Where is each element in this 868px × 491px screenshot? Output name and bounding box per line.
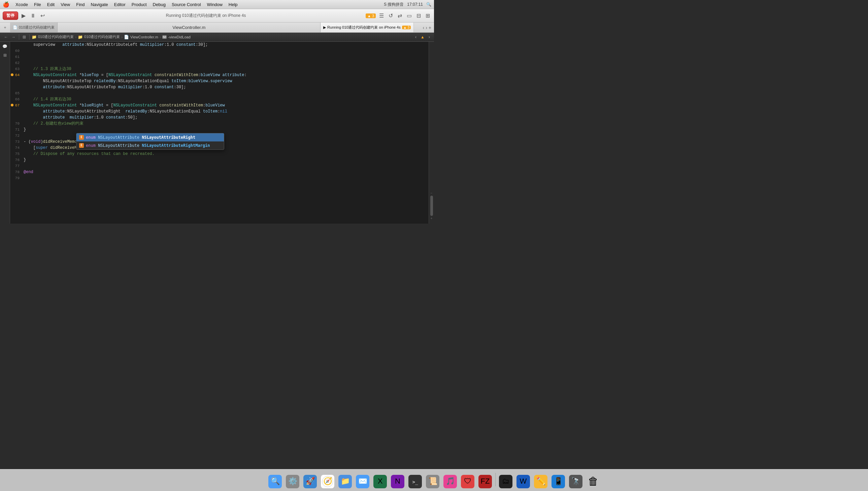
toolbar-separator-2 bbox=[29, 34, 30, 40]
layout-triple-icon[interactable]: ⊞ bbox=[424, 12, 431, 20]
menu-help[interactable]: Help bbox=[226, 1, 240, 8]
tab-warning-badge: ▲ 3 bbox=[402, 26, 411, 29]
tab-bar-left[interactable]: + bbox=[0, 23, 10, 32]
grid-view-button[interactable]: ⊞ bbox=[21, 34, 27, 40]
nav-back-button[interactable]: ← bbox=[3, 34, 9, 40]
breadcrumb-item-1[interactable]: 010通过代码创建约束 bbox=[38, 34, 74, 39]
warning-badge[interactable]: ▲ 3 bbox=[366, 13, 376, 18]
layout-split-icon[interactable]: ⊟ bbox=[415, 12, 422, 20]
scheme-display: Running 010通过代码创建约束 on iPhone 4s bbox=[166, 13, 246, 18]
menu-window[interactable]: Window bbox=[204, 1, 225, 8]
tab-second[interactable]: ▶ Running 010通过代码创建约束 on iPhone 4s ▲ 3 bbox=[320, 23, 414, 32]
menubar-right: S 搜狗拼音 17:07:11 🔍 bbox=[384, 2, 431, 7]
table-row: 77 bbox=[10, 163, 429, 169]
menu-editor[interactable]: Editor bbox=[112, 1, 128, 8]
menu-navigate[interactable]: Navigate bbox=[88, 1, 111, 8]
zoom-minus[interactable]: − bbox=[431, 191, 433, 195]
table-row: attribute:NSLayoutAttributeRight related… bbox=[10, 109, 429, 115]
tab-nav-left[interactable]: ‹ bbox=[423, 25, 424, 30]
table-row: 75 // Dispose of any resources that can … bbox=[10, 151, 429, 157]
pause-button[interactable]: ⏸ bbox=[29, 12, 37, 20]
table-row: 63 // 1.3 距离上边30 bbox=[10, 66, 429, 72]
nav-arrows: ← → bbox=[3, 34, 17, 40]
tab-bar: + 📄 010通过代码创建约束 ViewController.m ▶ Runni… bbox=[0, 23, 434, 33]
ac-text-2: enum NSLayoutAttribute NSLayoutAttribute… bbox=[86, 142, 210, 148]
bc-nav-right[interactable]: › bbox=[427, 34, 431, 40]
layout-single-icon[interactable]: ▭ bbox=[406, 12, 413, 20]
menu-debug[interactable]: Debug bbox=[150, 1, 168, 8]
tab-icon-1: 📄 bbox=[13, 25, 18, 30]
warning-dot-2 bbox=[11, 104, 13, 107]
ac-text-1: enum NSLayoutAttribute NSLayoutAttribute… bbox=[86, 134, 195, 140]
autocomplete-dropdown[interactable]: E enum NSLayoutAttribute NSLayoutAttribu… bbox=[76, 133, 224, 150]
run-button[interactable]: ▶ bbox=[20, 12, 27, 20]
toolbar-center-text: Running 010通过代码创建约束 on iPhone 4s bbox=[48, 13, 364, 19]
scrollbar-controls: − + bbox=[430, 191, 433, 220]
breadcrumb-item-2[interactable]: 010通过代码创建约束 bbox=[84, 34, 120, 39]
table-row: 70 // 2.创建红色view的约束 bbox=[10, 121, 429, 126]
menu-file[interactable]: File bbox=[31, 1, 44, 8]
table-row: 65 bbox=[10, 90, 429, 96]
layout-list-icon[interactable]: ☰ bbox=[378, 12, 385, 20]
scrollbar-track[interactable]: − + bbox=[429, 42, 434, 224]
breadcrumb-item-3[interactable]: ViewController.m bbox=[130, 35, 158, 39]
table-row: 64 NSLayoutConstraint *blueTop = [NSLayo… bbox=[10, 72, 429, 78]
table-row: 79 bbox=[10, 175, 429, 181]
menu-product[interactable]: Product bbox=[129, 1, 149, 8]
right-scrollbar[interactable]: − + bbox=[429, 42, 434, 224]
toolbar-right: ▲ 3 ☰ ↺ ⇄ ▭ ⊟ ⊞ bbox=[366, 12, 431, 20]
layout-nav-icon[interactable]: ⇄ bbox=[396, 12, 403, 20]
warning-nav-icon[interactable]: ▲ bbox=[419, 34, 426, 40]
scrollbar-thumb[interactable] bbox=[430, 196, 433, 216]
step-button[interactable]: ↩ bbox=[39, 12, 46, 20]
breadcrumb-item-4[interactable]: -viewDidLoad bbox=[168, 35, 190, 39]
breadcrumb-sep-1: › bbox=[75, 35, 77, 39]
comment-toggle[interactable]: 💬 bbox=[1, 43, 9, 50]
table-row: NSLayoutAttributeTop relatedBy:NSLayoutR… bbox=[10, 78, 429, 84]
zoom-plus[interactable]: + bbox=[431, 216, 433, 220]
stop-button[interactable]: 暂停 bbox=[3, 11, 18, 20]
apple-menu[interactable]: 🍎 bbox=[3, 1, 9, 8]
table-row: 66 // 1.4 距离右边30 bbox=[10, 96, 429, 103]
folder-icon-2: 📁 bbox=[78, 35, 83, 39]
bc-nav-left[interactable]: ‹ bbox=[414, 34, 418, 40]
search-icon[interactable]: 🔍 bbox=[426, 2, 431, 7]
panel-icon-2[interactable]: ⊞ bbox=[1, 52, 9, 59]
code-editor[interactable]: superview attribute:NSLayoutAttributeLef… bbox=[10, 42, 429, 224]
table-row: 76 } bbox=[10, 157, 429, 163]
tab-icon-2: ▶ bbox=[323, 25, 326, 30]
code-content: superview attribute:NSLayoutAttributeLef… bbox=[10, 42, 429, 181]
menu-edit[interactable]: Edit bbox=[44, 1, 57, 8]
table-row: 67 NSLayoutConstraint *blueRight = [NSLa… bbox=[10, 103, 429, 109]
breadcrumb-sep-3: › bbox=[159, 35, 161, 39]
breadcrumb-nav-bar: 📁 010通过代码创建约束 › 📁 010通过代码创建约束 › 📄 ViewCo… bbox=[32, 34, 412, 39]
add-tab-button[interactable]: + bbox=[429, 25, 431, 30]
table-row: 71 } bbox=[10, 126, 429, 133]
ac-enum-icon-1: E bbox=[79, 135, 84, 140]
warning-dot bbox=[11, 74, 13, 76]
layout-refresh-icon[interactable]: ↺ bbox=[387, 12, 394, 20]
menu-source-control[interactable]: Source Control bbox=[169, 1, 204, 8]
code-nav-toolbar: ← → ⊞ 📁 010通过代码创建约束 › 📁 010通过代码创建约束 › 📄 … bbox=[0, 33, 434, 42]
tab-label-2: Running 010通过代码创建约束 on iPhone 4s bbox=[327, 25, 401, 30]
menu-view[interactable]: View bbox=[58, 1, 73, 8]
breadcrumb-nav-right: ‹ ▲ › bbox=[414, 34, 431, 40]
editor-wrapper: ← → ⊞ 📁 010通过代码创建约束 › 📁 010通过代码创建约束 › 📄 … bbox=[0, 33, 434, 224]
autocomplete-item-2[interactable]: E enum NSLayoutAttribute NSLayoutAttribu… bbox=[77, 141, 224, 149]
method-icon: M bbox=[162, 35, 167, 39]
input-method: S 搜狗拼音 bbox=[384, 2, 404, 7]
file-icon: 📄 bbox=[124, 35, 129, 39]
autocomplete-item-1[interactable]: E enum NSLayoutAttribute NSLayoutAttribu… bbox=[77, 133, 224, 141]
editor-area: 💬 ⊞ superview attribute:NSLayoutAttribut… bbox=[0, 42, 434, 224]
tab-nav-right[interactable]: › bbox=[426, 25, 427, 30]
table-row: 78 @end bbox=[10, 169, 429, 175]
toolbar-separator-1 bbox=[19, 34, 19, 40]
folder-icon-1: 📁 bbox=[32, 35, 37, 39]
tab-first[interactable]: 📄 010通过代码创建约束 bbox=[10, 23, 58, 32]
ac-enum-icon-2: E bbox=[79, 143, 84, 148]
menu-find[interactable]: Find bbox=[73, 1, 87, 8]
table-row: 60 bbox=[10, 48, 429, 54]
active-file-title: ViewController.m bbox=[172, 25, 205, 30]
menu-xcode[interactable]: Xcode bbox=[13, 1, 31, 8]
nav-forward-button[interactable]: → bbox=[10, 34, 17, 40]
